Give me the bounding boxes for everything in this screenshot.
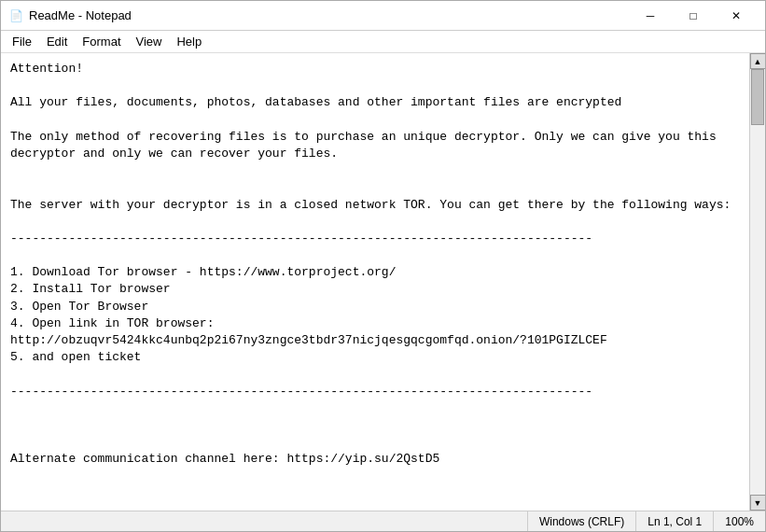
menu-help[interactable]: Help: [169, 33, 209, 50]
close-button[interactable]: ✕: [715, 5, 758, 27]
zoom-status: 100%: [713, 511, 765, 531]
status-bar: Windows (CRLF) Ln 1, Col 1 100%: [1, 511, 765, 531]
app-icon: 📄: [8, 8, 23, 23]
editor-area: Attention! All your files, documents, ph…: [1, 53, 765, 511]
window-title: ReadMe - Notepad: [29, 8, 132, 22]
menu-view[interactable]: View: [129, 33, 170, 50]
vertical-scrollbar[interactable]: ▲ ▼: [749, 53, 765, 511]
encoding-status: Windows (CRLF): [527, 511, 635, 531]
title-bar-controls: ─ □ ✕: [629, 5, 758, 27]
position-status: Ln 1, Col 1: [635, 511, 713, 531]
scroll-up-button[interactable]: ▲: [750, 53, 766, 69]
scrollbar-thumb[interactable]: [751, 69, 764, 125]
menu-edit[interactable]: Edit: [39, 33, 75, 50]
notepad-window: 📄 ReadMe - Notepad ─ □ ✕ File Edit Forma…: [0, 0, 766, 532]
title-bar-left: 📄 ReadMe - Notepad: [8, 8, 132, 23]
maximize-button[interactable]: □: [672, 5, 715, 27]
menu-bar: File Edit Format View Help: [1, 31, 765, 53]
menu-file[interactable]: File: [5, 33, 39, 50]
menu-format[interactable]: Format: [75, 33, 128, 50]
minimize-button[interactable]: ─: [629, 5, 672, 27]
title-bar: 📄 ReadMe - Notepad ─ □ ✕: [1, 1, 765, 31]
scrollbar-track[interactable]: [750, 69, 765, 495]
text-editor[interactable]: Attention! All your files, documents, ph…: [1, 53, 749, 511]
scroll-down-button[interactable]: ▼: [750, 495, 766, 511]
